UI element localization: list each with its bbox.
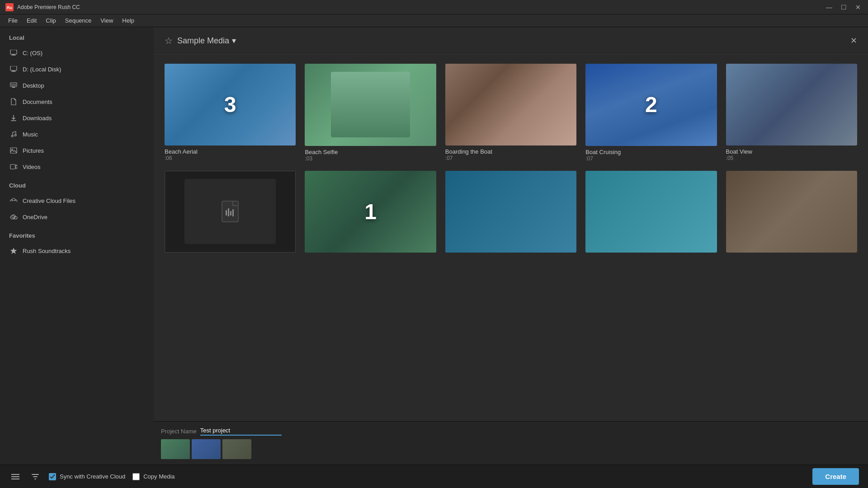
timeline-thumb-1[interactable]	[161, 439, 190, 459]
svg-rect-7	[11, 71, 16, 72]
timeline-thumb-3[interactable]	[222, 439, 251, 459]
sidebar-item-downloads[interactable]: Downloads	[0, 110, 154, 126]
chevron-down-icon: ▾	[232, 36, 236, 46]
minimize-button[interactable]: —	[825, 4, 834, 11]
media-thumb-beach-selfie	[305, 64, 436, 146]
cloud-section-header: Cloud	[0, 175, 154, 192]
media-item-audio[interactable]	[165, 171, 296, 256]
media-item-boarding-the-boat[interactable]: Boarding the Boat :07	[445, 64, 576, 162]
svg-rect-27	[226, 210, 227, 216]
onedrive-icon	[9, 212, 18, 221]
menu-clip[interactable]: Clip	[41, 14, 60, 27]
media-grid: 3 Beach Aerial :06 Beach Selfie	[154, 55, 868, 421]
clip-number: 3	[224, 92, 236, 117]
monitor-icon	[9, 48, 18, 57]
app-title: Adobe Premiere Rush CC	[17, 4, 825, 10]
filter-button[interactable]	[29, 470, 42, 483]
media-item-underwater2[interactable]	[585, 171, 717, 256]
monitor-icon-2	[9, 65, 18, 74]
documents-label: Documents	[23, 99, 52, 105]
rush-soundtracks-label: Rush Soundtracks	[23, 248, 71, 254]
media-thumb-audio	[165, 171, 296, 253]
music-icon	[9, 130, 18, 139]
svg-rect-29	[230, 211, 231, 216]
videos-label: Videos	[23, 164, 41, 170]
panel-close-button[interactable]: ✕	[850, 36, 857, 46]
media-duration: :07	[445, 155, 576, 161]
project-name-input[interactable]	[200, 427, 282, 436]
media-duration: :06	[165, 155, 296, 161]
media-title: Beach Aerial	[165, 148, 296, 155]
svg-rect-3	[12, 54, 15, 55]
sidebar-item-pictures[interactable]: Pictures	[0, 142, 154, 159]
media-thumb-beach-aerial: 3	[165, 64, 296, 145]
sidebar-item-creative-cloud-files[interactable]: Creative Cloud Files	[0, 192, 154, 209]
document-icon	[9, 97, 18, 106]
close-window-button[interactable]: ✕	[854, 4, 863, 11]
sidebar-item-d-local[interactable]: D: (Local Disk)	[0, 61, 154, 77]
media-item-boat-cruising[interactable]: 2 Boat Cruising :07	[585, 64, 717, 162]
timeline-thumb-2[interactable]	[192, 439, 221, 459]
svg-text:Ru: Ru	[7, 5, 12, 10]
media-duration: :05	[726, 155, 857, 161]
hamburger-menu-button[interactable]	[9, 470, 22, 483]
create-button[interactable]: Create	[812, 468, 859, 485]
creative-cloud-files-label: Creative Cloud Files	[23, 197, 75, 204]
footer-bar: Sync with Creative Cloud Copy Media Crea…	[0, 465, 868, 488]
svg-rect-4	[11, 55, 16, 56]
local-section-header: Local	[0, 27, 154, 45]
sidebar-item-c-os[interactable]: C: (OS)	[0, 45, 154, 61]
audio-doc-icon	[184, 179, 276, 244]
clip-number-3: 1	[364, 199, 377, 224]
media-thumb-cave: 1	[305, 171, 436, 253]
media-item-boat-view[interactable]: Boat View :05	[726, 64, 857, 162]
copy-media-checkbox[interactable]	[132, 473, 140, 480]
downloads-label: Downloads	[23, 115, 52, 122]
sidebar-item-music[interactable]: Music	[0, 126, 154, 142]
media-title: Boat Cruising	[585, 149, 717, 155]
menu-help[interactable]: Help	[118, 14, 139, 27]
svg-point-22	[10, 216, 15, 219]
app-logo: Ru	[5, 3, 14, 11]
menu-edit[interactable]: Edit	[22, 14, 41, 27]
pictures-label: Pictures	[23, 147, 44, 154]
svg-rect-9	[10, 84, 17, 87]
media-thumb-selfie2	[726, 171, 857, 253]
favorite-star-button[interactable]: ☆	[165, 35, 173, 46]
maximize-button[interactable]: ☐	[839, 4, 848, 11]
menu-view[interactable]: View	[96, 14, 118, 27]
sidebar-item-rush-soundtracks[interactable]: Rush Soundtracks	[0, 243, 154, 259]
svg-rect-14	[10, 148, 17, 153]
timeline-thumbs	[161, 439, 861, 459]
svg-rect-30	[232, 209, 234, 216]
media-title: Boat View	[726, 148, 857, 155]
thumb-overlay-2: 2	[585, 64, 717, 146]
menu-file[interactable]: File	[4, 14, 22, 27]
sidebar-item-documents[interactable]: Documents	[0, 94, 154, 110]
desktop-label: Desktop	[23, 82, 44, 89]
media-item-selfie2[interactable]	[726, 171, 857, 256]
project-name-label: Project Name	[161, 428, 197, 435]
desktop-icon	[9, 81, 18, 90]
main-layout: Local C: (OS) D: (Local Disk) Desktop Do…	[0, 27, 868, 465]
sync-label: Sync with Creative Cloud	[60, 473, 125, 480]
media-thumb-underwater	[445, 171, 576, 253]
source-title: Sample Media	[177, 36, 229, 46]
svg-rect-28	[228, 208, 229, 216]
content-area: ☆ Sample Media ▾ ✕ 3 Beach Aeria	[154, 27, 868, 421]
media-item-underwater[interactable]	[445, 171, 576, 256]
sidebar-item-onedrive[interactable]: OneDrive	[0, 209, 154, 225]
videos-icon	[9, 162, 18, 171]
media-item-cave-boat[interactable]: 1	[305, 171, 436, 256]
source-dropdown-button[interactable]: Sample Media ▾	[177, 36, 236, 46]
sidebar-item-desktop[interactable]: Desktop	[0, 77, 154, 94]
media-thumb-boat-cruising: 2	[585, 64, 717, 146]
clip-number-2: 2	[645, 92, 657, 117]
media-item-beach-aerial[interactable]: 3 Beach Aerial :06	[165, 64, 296, 162]
svg-rect-6	[12, 70, 15, 71]
menu-sequence[interactable]: Sequence	[61, 14, 96, 27]
media-item-beach-selfie[interactable]: Beach Selfie :03	[305, 64, 436, 162]
sidebar-item-videos[interactable]: Videos	[0, 159, 154, 175]
c-os-label: C: (OS)	[23, 50, 42, 56]
sync-checkbox[interactable]	[49, 473, 56, 480]
